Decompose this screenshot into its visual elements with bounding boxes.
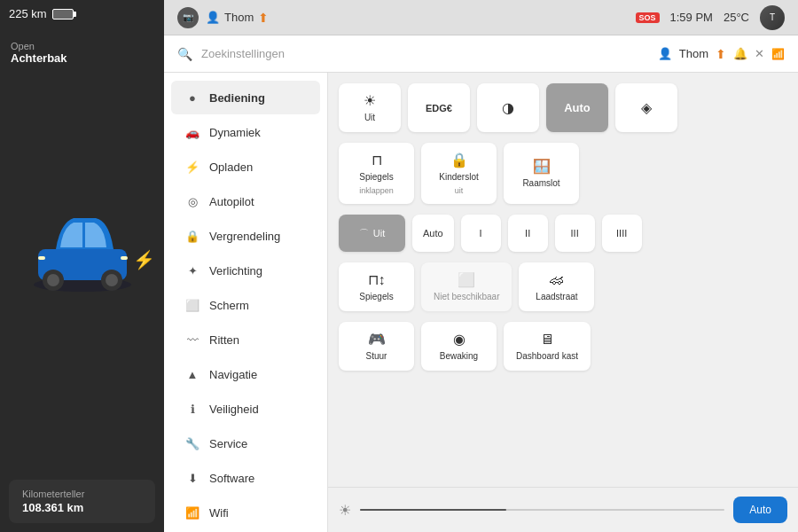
status-right: SOS 1:59 PM 25°C T (636, 5, 785, 30)
nav-label-software: Software (209, 472, 254, 485)
nav-label-service: Service (209, 437, 247, 450)
nav-item-wifi[interactable]: 📶 Wifi (171, 496, 320, 529)
locks-row: ⊓ Spiegels inklappen 🔒 Kinderslot uit 🪟 … (339, 143, 787, 204)
car-image (25, 178, 140, 320)
nav-item-vergrendeling[interactable]: 🔒 Vergrendeling (171, 219, 320, 253)
wipers-row: ⌒ Uit Auto I II III IIII (339, 215, 787, 252)
stuur-section: 🎮 Stuur ◉ Bewaking 🖥 Dashboard kast (339, 322, 787, 371)
controls-panel: ☀ Uit EDG€ ◑ Auto ◈ (328, 73, 798, 487)
nav-label-vergrendeling: Vergrendeling (209, 230, 280, 243)
veiligheid-icon: ℹ (184, 401, 200, 417)
nav-label-wifi: Wifi (209, 506, 229, 520)
nav-item-veiligheid[interactable]: ℹ Veiligheid (171, 392, 320, 426)
nav-item-ritten[interactable]: 〰 Ritten (171, 323, 320, 356)
sun-icon: ☀ (364, 92, 376, 109)
nav-label-veiligheid: Veiligheid (209, 403, 259, 416)
btn-wiper-pattern[interactable]: ◈ (615, 83, 677, 132)
nav-item-service[interactable]: 🔧 Service (171, 426, 320, 460)
brightness-slider[interactable] (360, 509, 724, 511)
wipers-section: ⌒ Uit Auto I II III IIII (339, 215, 787, 252)
btn-spiegels[interactable]: ⊓↕ Spiegels (339, 262, 414, 311)
btn-wiper-iiii[interactable]: IIII (602, 215, 642, 252)
vergrendeling-icon: 🔒 (184, 228, 200, 244)
nav-item-software[interactable]: ⬇ Software (171, 461, 320, 495)
dynamiek-icon: 🚗 (184, 124, 200, 140)
camera-icon: 📷 (177, 7, 199, 28)
nav-item-verlichting[interactable]: ✦ Verlichting (171, 254, 320, 287)
temp-display: 25°C (724, 11, 749, 24)
btn-uit[interactable]: ☀ Uit (339, 83, 401, 132)
stuur-row: 🎮 Stuur ◉ Bewaking 🖥 Dashboard kast (339, 322, 787, 371)
extras-row: ⊓↕ Spiegels ⬜ Niet beschikbaar 🏎 Laadstr… (339, 262, 787, 311)
sos-badge: SOS (636, 12, 660, 23)
nav-item-bediening[interactable]: ● Bediening (171, 81, 320, 114)
left-status-bar: 225 km (0, 0, 164, 27)
nav-label-scherm: Scherm (209, 299, 249, 312)
light-controls-row: ☀ Uit EDG€ ◑ Auto ◈ (339, 83, 787, 132)
svg-point-5 (106, 274, 118, 286)
software-icon: ⬇ (184, 470, 200, 486)
status-left: 📷 👤 Thom ⬆ (177, 7, 269, 28)
verlichting-icon: ✦ (184, 262, 200, 278)
range-value: 225 km (9, 7, 47, 20)
nav-item-navigatie[interactable]: ▲ Navigatie (171, 357, 320, 391)
btn-stuur[interactable]: 🎮 Stuur (339, 322, 414, 371)
btn-wiper-i[interactable]: I (461, 215, 501, 252)
nav-item-autopilot[interactable]: ◎ Autopilot (171, 184, 320, 218)
person-icon-2: 👤 (658, 47, 672, 60)
brightness-icon: ☀ (339, 502, 351, 519)
nav-label-bediening: Bediening (209, 91, 265, 105)
car-image-area: Open Achterbak ⚡ (0, 27, 164, 471)
btn-auto[interactable]: Auto (546, 83, 608, 132)
battery-indicator (52, 9, 74, 20)
btn-wiper-ii[interactable]: II (508, 215, 548, 252)
btn-wiper-iii[interactable]: III (555, 215, 595, 252)
km-panel: Kilometerteller 108.361 km (9, 480, 155, 523)
opladen-icon: ⚡ (184, 159, 200, 175)
nav-label-autopilot: Autopilot (209, 195, 254, 208)
left-car-panel: 225 km Open Achterbak ⚡ (0, 0, 164, 532)
person-icon: 👤 (206, 11, 220, 24)
nav-item-dynamiek[interactable]: 🚗 Dynamiek (171, 115, 320, 149)
btn-niet-beschikbaar: ⬜ Niet beschikbaar (421, 262, 512, 311)
time-display: 1:59 PM (670, 11, 713, 24)
btn-raamslot[interactable]: 🪟 Raamslot (504, 143, 579, 204)
nav-sidebar: ● Bediening 🚗 Dynamiek ⚡ Opladen ◎ Autop… (164, 73, 328, 532)
brightness-auto-btn[interactable]: Auto (733, 497, 787, 523)
km-title: Kilometerteller (22, 489, 142, 499)
btn-spiegels-inklappen[interactable]: ⊓ Spiegels inklappen (339, 143, 414, 204)
nav-item-scherm[interactable]: ⬜ Scherm (171, 288, 320, 322)
search-user-name: Thom (679, 47, 708, 60)
nav-item-opladen[interactable]: ⚡ Opladen (171, 150, 320, 184)
trunk-label: Achterbak (11, 51, 67, 65)
btn-dashboard-kast[interactable]: 🖥 Dashboard kast (504, 322, 591, 371)
content-area: ● Bediening 🚗 Dynamiek ⚡ Opladen ◎ Autop… (164, 73, 798, 532)
btn-half[interactable]: ◑ (477, 83, 539, 132)
btn-wiper-auto[interactable]: Auto (412, 215, 454, 252)
light-controls-section: ☀ Uit EDG€ ◑ Auto ◈ (339, 83, 787, 132)
open-label: Open (11, 41, 67, 51)
upload-icon: ⬆ (258, 11, 269, 25)
top-status-bar: 📷 👤 Thom ⬆ SOS 1:59 PM 25°C T (164, 0, 798, 35)
profile-avatar[interactable]: T (760, 5, 785, 30)
service-icon: 🔧 (184, 435, 200, 451)
wifi-icon-nav: 📶 (184, 505, 200, 520)
btn-laadstraat[interactable]: 🏎 Laadstraat (519, 262, 594, 311)
search-icon: 🔍 (177, 47, 192, 61)
bediening-icon: ● (184, 90, 200, 106)
btn-edge[interactable]: EDG€ (408, 83, 470, 132)
nav-label-opladen: Opladen (209, 160, 253, 174)
top-user-name: Thom (224, 11, 254, 24)
search-bar: 🔍 Zoekinstellingen 👤 Thom ⬆ 🔔 ✕ 📶 (164, 35, 798, 73)
wifi-icon: 📶 (771, 48, 785, 60)
search-placeholder[interactable]: Zoekinstellingen (201, 47, 649, 60)
nav-label-dynamiek: Dynamiek (209, 126, 261, 139)
navigatie-icon: ▲ (184, 366, 200, 382)
btn-wiper-uit[interactable]: ⌒ Uit (339, 215, 405, 252)
btn-kinderslot[interactable]: 🔒 Kinderslot uit (421, 143, 497, 204)
autopilot-icon: ◎ (184, 193, 200, 209)
charging-icon: ⚡ (133, 249, 155, 270)
locks-section: ⊓ Spiegels inklappen 🔒 Kinderslot uit 🪟 … (339, 143, 787, 204)
extras-section: ⊓↕ Spiegels ⬜ Niet beschikbaar 🏎 Laadstr… (339, 262, 787, 311)
btn-bewaking[interactable]: ◉ Bewaking (421, 322, 497, 371)
